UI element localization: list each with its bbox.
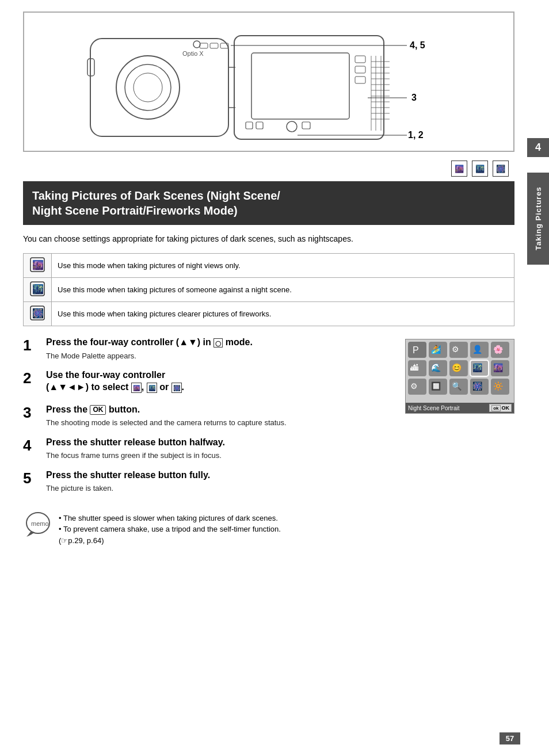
- svg-text:🎆: 🎆: [32, 308, 44, 319]
- step-3-number: 3: [23, 404, 46, 420]
- mode-palette-box: P 🏄 ⚙ 👤 🌸 🏙 🌊: [405, 339, 514, 414]
- table-row: 🌃 Use this mode when taking pictures of …: [24, 278, 514, 302]
- camera-illustration: Optio X: [56, 21, 482, 142]
- mode-icon-cell-2: 🌃: [24, 278, 52, 302]
- step-1-content: Press the four-way controller (▲▼) in ◯ …: [46, 337, 396, 361]
- palette-label-bar: Night Scene Portrait okOK: [406, 403, 514, 413]
- svg-text:P: P: [413, 345, 419, 355]
- memo-box: memo The shutter speed is slower when ta…: [23, 510, 514, 547]
- svg-text:😊: 😊: [452, 363, 462, 373]
- svg-rect-10: [234, 36, 384, 139]
- svg-rect-8: [210, 43, 218, 48]
- step-5-title: Press the shutter release button fully.: [46, 469, 396, 482]
- mode-desc-3: Use this mode when taking pictures clear…: [52, 302, 514, 326]
- svg-text:🎆: 🎆: [496, 164, 506, 174]
- page: 4 Taking Pictures Optio X: [0, 0, 549, 756]
- step-1-title: Press the four-way controller (▲▼) in ◯ …: [46, 337, 396, 349]
- step-4: 4 Press the shutter release button halfw…: [23, 437, 396, 461]
- memo-item-1: The shutter speed is slower when taking …: [59, 513, 281, 524]
- svg-text:⚙: ⚙: [410, 381, 418, 391]
- svg-rect-13: [355, 66, 365, 73]
- step-4-number: 4: [23, 437, 46, 453]
- steps-right: P 🏄 ⚙ 👤 🌸 🏙 🌊: [405, 337, 514, 502]
- step-3-desc: The shooting mode is selected and the ca…: [46, 418, 396, 428]
- step-4-desc: The focus frame turns green if the subje…: [46, 450, 396, 461]
- description: You can choose settings appropriate for …: [23, 233, 514, 245]
- svg-text:🌸: 🌸: [493, 345, 504, 354]
- mode-table: 🌆 Use this mode when taking pictures of …: [23, 253, 514, 326]
- table-row: 🎆 Use this mode when taking pictures cle…: [24, 302, 514, 326]
- camera-diagram: Optio X: [23, 12, 514, 152]
- svg-point-1: [116, 56, 180, 119]
- svg-point-2: [125, 64, 171, 110]
- svg-rect-14: [355, 77, 365, 83]
- svg-text:🌃: 🌃: [475, 164, 485, 174]
- section-title: Taking Pictures of Dark Scenes (Night Sc…: [23, 181, 514, 225]
- step-5-content: Press the shutter release button fully. …: [46, 469, 396, 494]
- step-2-content: Use the four-way controller (▲▼◄►) to se…: [46, 369, 396, 396]
- step-5: 5 Press the shutter release button fully…: [23, 469, 396, 494]
- svg-text:memo: memo: [31, 520, 49, 527]
- svg-text:🌆: 🌆: [455, 164, 464, 174]
- svg-rect-12: [355, 56, 365, 63]
- memo-list: The shutter speed is slower when taking …: [59, 513, 281, 547]
- svg-text:⚙: ⚙: [452, 345, 459, 354]
- svg-rect-0: [90, 39, 228, 136]
- step-5-desc: The picture is taken.: [46, 483, 396, 494]
- step-5-number: 5: [23, 469, 46, 486]
- fireworks-icon: 🎆: [493, 161, 509, 177]
- step-3: 3 Press the OK button. The shooting mode…: [23, 404, 396, 429]
- mode-icons-row: 🌆 🌃 🎆: [23, 161, 514, 177]
- svg-text:🔆: 🔆: [493, 381, 504, 391]
- table-row: 🌆 Use this mode when taking pictures of …: [24, 254, 514, 278]
- step-3-title: Press the OK button.: [46, 404, 396, 416]
- svg-text:🔍: 🔍: [452, 381, 462, 391]
- mode-desc-2: Use this mode when taking pictures of so…: [52, 278, 514, 302]
- svg-point-31: [287, 121, 297, 132]
- memo-item-2: To prevent camera shake, use a tripod an…: [59, 524, 281, 546]
- svg-rect-30: [256, 122, 263, 129]
- camera-svg: Optio X: [36, 21, 502, 142]
- ok-button-label: OK: [90, 405, 106, 415]
- svg-rect-11: [251, 53, 349, 119]
- palette-label: Night Scene Portrait: [408, 405, 460, 411]
- svg-text:🌃: 🌃: [32, 284, 44, 295]
- main-content: Optio X: [23, 12, 520, 546]
- svg-text:🏙: 🏙: [410, 363, 418, 372]
- svg-rect-29: [246, 122, 253, 129]
- steps-left: 1 Press the four-way controller (▲▼) in …: [23, 337, 396, 502]
- night-scene-icon: 🌆: [451, 161, 467, 177]
- svg-text:Optio X: Optio X: [182, 50, 204, 57]
- step-3-content: Press the OK button. The shooting mode i…: [46, 404, 396, 429]
- step-4-title: Press the shutter release button halfway…: [46, 437, 396, 449]
- svg-text:🏄: 🏄: [431, 345, 441, 354]
- svg-text:👤: 👤: [472, 345, 483, 354]
- step-2-number: 2: [23, 369, 46, 385]
- svg-text:3: 3: [411, 93, 417, 102]
- steps-area: 1 Press the four-way controller (▲▼) in …: [23, 337, 514, 502]
- svg-text:4, 5: 4, 5: [410, 40, 425, 50]
- svg-text:🎆: 🎆: [472, 381, 483, 391]
- chapter-number: 4: [527, 138, 549, 157]
- palette-ok-badge: okOK: [489, 404, 512, 412]
- memo-icon: memo: [23, 510, 53, 540]
- svg-point-4: [193, 41, 200, 48]
- step-1-desc: The Mode Palette appears.: [46, 351, 396, 361]
- chapter-label: Taking Pictures: [527, 173, 549, 265]
- mode-icon-cell-3: 🎆: [24, 302, 52, 326]
- night-portrait-icon: 🌃: [472, 161, 488, 177]
- step-1-number: 1: [23, 337, 46, 353]
- step-1: 1 Press the four-way controller (▲▼) in …: [23, 337, 396, 361]
- svg-text:🌆: 🌆: [493, 363, 504, 373]
- memo-text: The shutter speed is slower when taking …: [59, 510, 281, 547]
- svg-text:🌃: 🌃: [472, 363, 483, 373]
- step-2-title: Use the four-way controller (▲▼◄►) to se…: [46, 369, 396, 394]
- step-2: 2 Use the four-way controller (▲▼◄►) to …: [23, 369, 396, 396]
- svg-text:🌊: 🌊: [431, 363, 441, 373]
- mode-desc-1: Use this mode when taking pictures of ni…: [52, 254, 514, 278]
- svg-text:1, 2: 1, 2: [408, 130, 424, 140]
- or-text: or: [159, 382, 169, 392]
- page-number: 57: [500, 732, 520, 744]
- mode-palette-svg: P 🏄 ⚙ 👤 🌸 🏙 🌊: [406, 339, 514, 406]
- svg-point-3: [134, 73, 162, 102]
